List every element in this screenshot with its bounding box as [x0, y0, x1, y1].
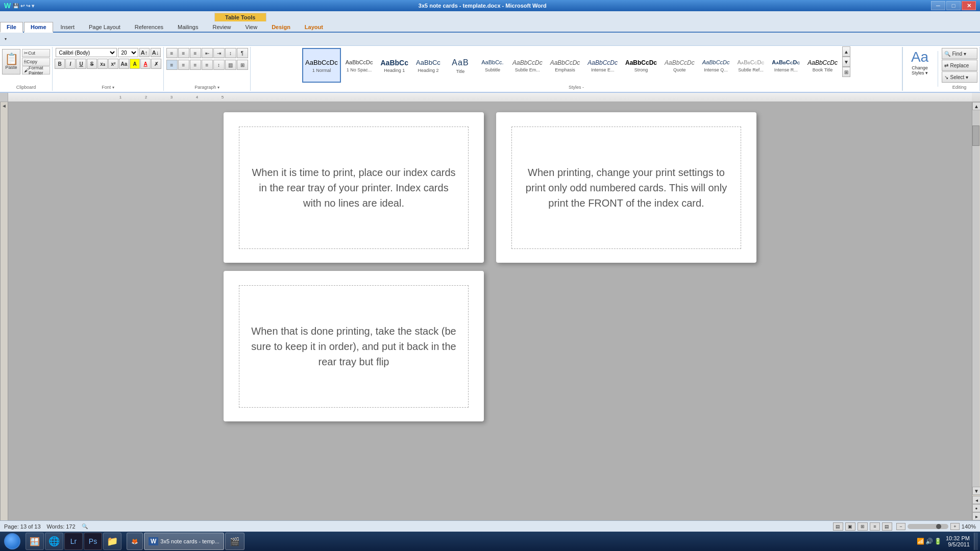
style-normal[interactable]: AaBbCcDc 1 Normal — [302, 48, 341, 83]
taskbar-app-explorer[interactable]: 📁 — [103, 533, 121, 550]
tab-file[interactable]: File — [0, 22, 23, 33]
borders-button[interactable]: ⊞ — [237, 60, 248, 70]
taskbar-vlc-app[interactable]: 🎬 — [225, 533, 244, 550]
style-emphasis[interactable]: AaBbCcDc Emphasis — [547, 48, 583, 83]
style-intense-quote[interactable]: AaBbCcDc Intense Q... — [699, 48, 733, 83]
zoom-slider[interactable] — [908, 524, 948, 529]
note-card-2[interactable]: When printing, change your print setting… — [496, 112, 756, 263]
maximize-button[interactable]: □ — [946, 1, 961, 10]
bullets-button[interactable]: ≡ — [166, 48, 178, 58]
show-desktop-button[interactable] — [974, 533, 978, 550]
font-color-button[interactable]: A — [140, 59, 151, 69]
replace-button[interactable]: ⇄ Replace — [942, 60, 977, 71]
full-reading-btn[interactable]: ▣ — [845, 522, 855, 531]
cut-button[interactable]: ✂ Cut — [22, 49, 50, 57]
note-card-1[interactable]: When it is time to print, place our inde… — [224, 112, 484, 263]
styles-scroll-down[interactable]: ▼ — [842, 57, 850, 67]
style-heading-1[interactable]: AaBbCc Heading 1 — [377, 48, 411, 83]
change-case-button[interactable]: Aa — [119, 59, 129, 69]
tab-layout[interactable]: Layout — [298, 22, 330, 32]
note-card-3[interactable]: When that is done printing, take the sta… — [224, 271, 484, 421]
style-heading-2[interactable]: AaBbCc Heading 2 — [413, 48, 444, 83]
strikethrough-button[interactable]: S — [87, 59, 97, 69]
next-page-arrow[interactable]: ▸ — [972, 512, 980, 520]
increase-font-btn[interactable]: A↑ — [139, 48, 150, 57]
taskbar-windows-icon[interactable]: 🪟 — [26, 533, 44, 550]
minimize-button[interactable]: ─ — [931, 1, 945, 10]
numbering-button[interactable]: ≡ — [178, 48, 189, 58]
line-spacing-button[interactable]: ↕ — [213, 60, 225, 70]
tray-network[interactable]: 📶 — [917, 538, 924, 545]
shading-button[interactable]: ▥ — [225, 60, 236, 70]
note-card-1-text[interactable]: When it is time to print, place our inde… — [250, 165, 458, 211]
style-title[interactable]: AaB Title — [445, 48, 476, 83]
print-layout-btn[interactable]: ▤ — [833, 522, 843, 531]
superscript-button[interactable]: x² — [108, 59, 118, 69]
tab-home[interactable]: Home — [24, 22, 53, 33]
close-button[interactable]: ✕ — [962, 1, 976, 10]
find-button[interactable]: 🔍 Find ▾ — [942, 48, 977, 59]
show-hide-button[interactable]: ¶ — [237, 48, 248, 58]
format-painter-button[interactable]: 🖌 Format Painter — [22, 66, 50, 74]
styles-scroll-up[interactable]: ▲ — [842, 46, 850, 57]
style-subtitle[interactable]: AaBbCc. Subtitle — [477, 48, 508, 83]
clear-formatting-button[interactable]: ✗ — [151, 59, 161, 69]
scroll-thumb[interactable] — [972, 126, 979, 146]
draft-btn[interactable]: ▤ — [882, 522, 892, 531]
align-right-button[interactable]: ≡ — [190, 60, 201, 70]
text-highlight-button[interactable]: A — [130, 59, 140, 69]
style-quote[interactable]: AaBbCcDc Quote — [662, 48, 698, 83]
zoom-out-btn[interactable]: − — [896, 523, 905, 530]
italic-button[interactable]: I — [65, 59, 76, 69]
zoom-in-btn[interactable]: + — [950, 523, 960, 530]
decrease-font-btn[interactable]: A↓ — [151, 48, 161, 57]
tab-page-layout[interactable]: Page Layout — [82, 22, 127, 32]
scroll-up-arrow[interactable]: ▲ — [972, 102, 980, 110]
paste-button[interactable]: 📋 Paste — [2, 49, 20, 74]
note-card-3-text[interactable]: When that is done printing, take the sta… — [250, 323, 458, 369]
note-card-2-text[interactable]: When printing, change your print setting… — [522, 165, 730, 211]
tab-mailings[interactable]: Mailings — [171, 22, 205, 32]
toggle-styles-btn[interactable]: ▾ — [2, 36, 9, 43]
styles-expand[interactable]: ⊞ — [842, 67, 850, 77]
taskbar-word-app[interactable]: W 3x5 note cards - temp... — [144, 533, 224, 550]
underline-button[interactable]: U — [76, 59, 86, 69]
taskbar-app-lightroom[interactable]: Lr — [64, 533, 83, 550]
tray-volume[interactable]: 🔊 — [925, 538, 933, 545]
style-strong[interactable]: AaBbCcDc Strong — [622, 48, 660, 83]
bold-button[interactable]: B — [55, 59, 65, 69]
center-button[interactable]: ≡ — [178, 60, 189, 70]
start-button[interactable] — [2, 533, 22, 550]
tab-insert[interactable]: Insert — [54, 22, 82, 32]
font-name-select[interactable]: Calibri (Body) — [56, 48, 117, 57]
style-subtle-ref[interactable]: AaBbCcDc Subtle Ref... — [734, 48, 768, 83]
tab-view[interactable]: View — [239, 22, 264, 32]
align-left-button[interactable]: ≡ — [166, 60, 178, 70]
font-size-select[interactable]: 20 — [118, 48, 138, 57]
style-subtle-em[interactable]: AaBbCcDc Subtle Em... — [509, 48, 546, 83]
increase-indent-button[interactable]: ⇥ — [213, 48, 225, 58]
outline-btn[interactable]: ≡ — [870, 522, 880, 531]
vertical-scrollbar[interactable]: ▲ ▼ ◂ ● ▸ — [972, 102, 980, 520]
zoom-thumb[interactable] — [936, 524, 941, 529]
taskbar-app-ie[interactable]: 🌐 — [45, 533, 63, 550]
taskbar-app-ps[interactable]: Ps — [84, 533, 102, 550]
select-button[interactable]: ↘ Select ▾ — [942, 71, 977, 83]
web-layout-btn[interactable]: ⊞ — [857, 522, 868, 531]
justify-button[interactable]: ≡ — [202, 60, 213, 70]
style-intense-em[interactable]: AaBbCcDc Intense E... — [584, 48, 621, 83]
change-styles-button[interactable]: Aa ChangeStyles ▾ — [907, 49, 933, 83]
copy-button[interactable]: ⎘ Copy — [22, 58, 50, 66]
multilevel-button[interactable]: ≡ — [190, 48, 201, 58]
tab-review[interactable]: Review — [206, 22, 237, 32]
prev-page-arrow[interactable]: ◂ — [972, 496, 980, 504]
decrease-indent-button[interactable]: ⇤ — [202, 48, 213, 58]
style-no-space[interactable]: AaBbCcDc 1 No Spac... — [342, 48, 376, 83]
style-intense-ref[interactable]: AaBbCcDc Intense R... — [769, 48, 803, 83]
tab-design[interactable]: Design — [265, 22, 297, 32]
tab-references[interactable]: References — [128, 22, 170, 32]
subscript-button[interactable]: x₂ — [97, 59, 108, 69]
style-book-title[interactable]: AaBbCcDc Book Title — [804, 48, 841, 83]
scroll-down-arrow[interactable]: ▼ — [972, 487, 980, 495]
sort-button[interactable]: ↕ — [225, 48, 236, 58]
